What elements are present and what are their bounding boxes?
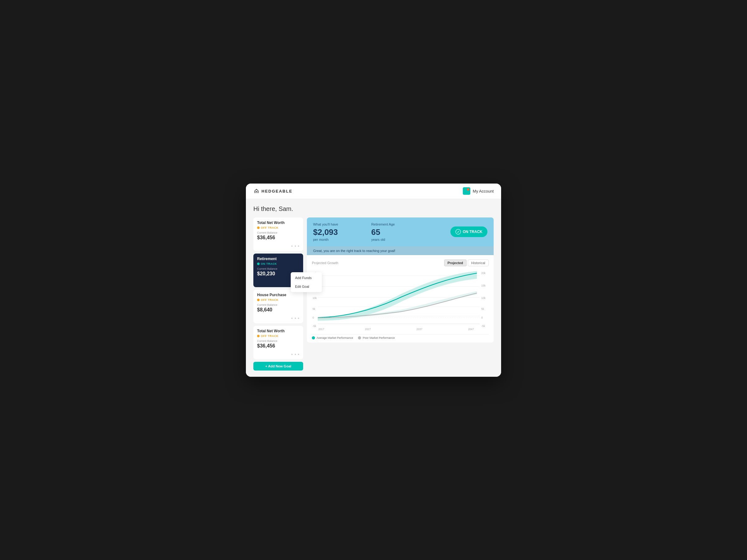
- svg-text:20k: 20k: [481, 271, 486, 274]
- top-bar: HEDGEABLE My Account: [246, 184, 501, 199]
- dot-menu[interactable]: [291, 351, 300, 356]
- card-title: Total Net Worth: [257, 220, 300, 225]
- svg-text:0: 0: [481, 316, 483, 319]
- dot1: [291, 318, 292, 319]
- account-name: My Account: [473, 189, 494, 193]
- what-youll-have-label: What you'll have: [313, 222, 371, 226]
- age-value: 65: [371, 228, 430, 237]
- dot2: [295, 245, 296, 247]
- status-text: OFF TRACK: [261, 335, 279, 338]
- balance-label: Current Balance: [257, 303, 300, 306]
- balance-amount: $8,640: [257, 307, 300, 313]
- chart-legend: Average Market Performance Poor Market P…: [312, 334, 489, 340]
- poor-dot: [358, 336, 361, 340]
- status-dot: [257, 263, 260, 265]
- avg-label: Average Market Performance: [316, 336, 353, 340]
- svg-text:0: 0: [312, 316, 314, 319]
- goal-card-retirement[interactable]: Retirement ON TRACK Current Balance $20,…: [253, 254, 303, 287]
- card-status: OFF TRACK: [257, 335, 300, 338]
- status-dot: [257, 335, 260, 337]
- goal-card-total-net-worth-1[interactable]: Total Net Worth OFF TRACK Current Balanc…: [253, 217, 303, 251]
- card-status: OFF TRACK: [257, 298, 300, 301]
- dot2: [295, 318, 296, 319]
- svg-text:10k: 10k: [312, 296, 317, 299]
- stat-retirement-age: Retirement Age 65 years old: [371, 222, 430, 241]
- per-month-label: per month: [313, 238, 371, 241]
- svg-text:15k: 15k: [481, 284, 486, 287]
- info-text: Great, you are on the right track to rea…: [313, 249, 395, 252]
- greeting: Hi there, Sam.: [253, 205, 494, 212]
- chart-header: Projected Growth Projected Historical: [312, 260, 489, 266]
- account-avatar: [463, 187, 470, 195]
- hedgeable-logo-icon: [253, 188, 260, 194]
- chart-tabs: Projected Historical: [444, 260, 489, 266]
- dot1: [291, 354, 292, 355]
- card-menu: [257, 351, 300, 356]
- chart-title: Projected Growth: [312, 261, 338, 265]
- balance-label: Current Balance: [257, 340, 300, 343]
- logo-text: HEDGEABLE: [261, 189, 292, 193]
- svg-text:-5k: -5k: [481, 324, 485, 327]
- badge-text: ON TRACK: [463, 230, 483, 234]
- goal-card-house-purchase[interactable]: House Purchase OFF TRACK Current Balance…: [253, 290, 303, 323]
- info-bar: Great, you are on the right track to rea…: [307, 246, 494, 255]
- content-layout: Total Net Worth OFF TRACK Current Balanc…: [253, 217, 494, 371]
- card-status: OFF TRACK: [257, 226, 300, 229]
- legend-poor: Poor Market Performance: [358, 336, 395, 340]
- svg-text:-5k: -5k: [312, 324, 316, 327]
- retirement-age-label: Retirement Age: [371, 222, 430, 226]
- status-dot: [257, 299, 260, 301]
- dot3: [298, 245, 299, 247]
- chart-container: 20k 15k 10k 5k 0 -5k 20k 15k 10k 5k 0: [312, 269, 489, 331]
- status-dot: [257, 226, 260, 229]
- poor-label: Poor Market Performance: [363, 336, 395, 340]
- projected-growth-chart: 20k 15k 10k 5k 0 -5k 20k 15k 10k 5k 0: [312, 269, 489, 331]
- card-title: Total Net Worth: [257, 329, 300, 333]
- dot-menu[interactable]: [291, 315, 300, 320]
- balance-amount: $36,456: [257, 343, 300, 349]
- dot3: [298, 354, 299, 355]
- on-track-badge: ✓ ON TRACK: [450, 226, 487, 237]
- account-area[interactable]: My Account: [463, 187, 494, 195]
- main-content: Hi there, Sam. Total Net Worth OFF TRACK…: [246, 199, 501, 377]
- svg-text:5k: 5k: [481, 307, 484, 310]
- goal-card-total-net-worth-2[interactable]: Total Net Worth OFF TRACK Current Balanc…: [253, 326, 303, 359]
- balance-amount: $36,456: [257, 235, 300, 240]
- svg-text:5k: 5k: [312, 307, 316, 310]
- tab-projected[interactable]: Projected: [444, 260, 467, 266]
- dropdown-add-funds[interactable]: Add Funds: [291, 273, 322, 282]
- svg-text:2027: 2027: [365, 327, 371, 330]
- balance-label: Current Balance: [257, 231, 300, 234]
- card-title: Retirement: [257, 257, 300, 261]
- svg-text:2047: 2047: [468, 327, 474, 330]
- status-text: OFF TRACK: [261, 226, 279, 229]
- svg-text:2037: 2037: [416, 327, 422, 330]
- status-text: OFF TRACK: [261, 298, 279, 301]
- stats-bar: What you'll have $2,093 per month Retire…: [307, 217, 494, 246]
- status-text: ON TRACK: [261, 262, 277, 265]
- svg-text:2017: 2017: [318, 327, 324, 330]
- years-old-label: years old: [371, 238, 430, 241]
- add-goal-button[interactable]: + Add New Goal: [253, 362, 303, 371]
- card-menu: [257, 242, 300, 248]
- dot2: [295, 354, 296, 355]
- legend-avg: Average Market Performance: [312, 336, 353, 340]
- logo-area: HEDGEABLE: [253, 188, 292, 194]
- svg-text:10k: 10k: [481, 296, 486, 299]
- tab-historical[interactable]: Historical: [468, 260, 489, 266]
- card-status: ON TRACK: [257, 262, 300, 265]
- main-panel: What you'll have $2,093 per month Retire…: [307, 217, 494, 343]
- dot3: [298, 318, 299, 319]
- card-menu: [257, 315, 300, 320]
- chart-area: Projected Growth Projected Historical 20…: [307, 255, 494, 343]
- badge-area: ✓ ON TRACK: [429, 226, 487, 237]
- stat-what-youll-have: What you'll have $2,093 per month: [313, 222, 371, 241]
- dropdown-edit-goal[interactable]: Edit Goal: [291, 282, 322, 291]
- dropdown-menu: Add Funds Edit Goal: [291, 272, 322, 292]
- sidebar: Total Net Worth OFF TRACK Current Balanc…: [253, 217, 303, 371]
- dot-menu[interactable]: [291, 242, 300, 248]
- balance-label: Current Balance: [257, 267, 300, 270]
- avg-dot: [312, 336, 315, 340]
- monthly-amount: $2,093: [313, 228, 371, 237]
- card-title: House Purchase: [257, 293, 300, 297]
